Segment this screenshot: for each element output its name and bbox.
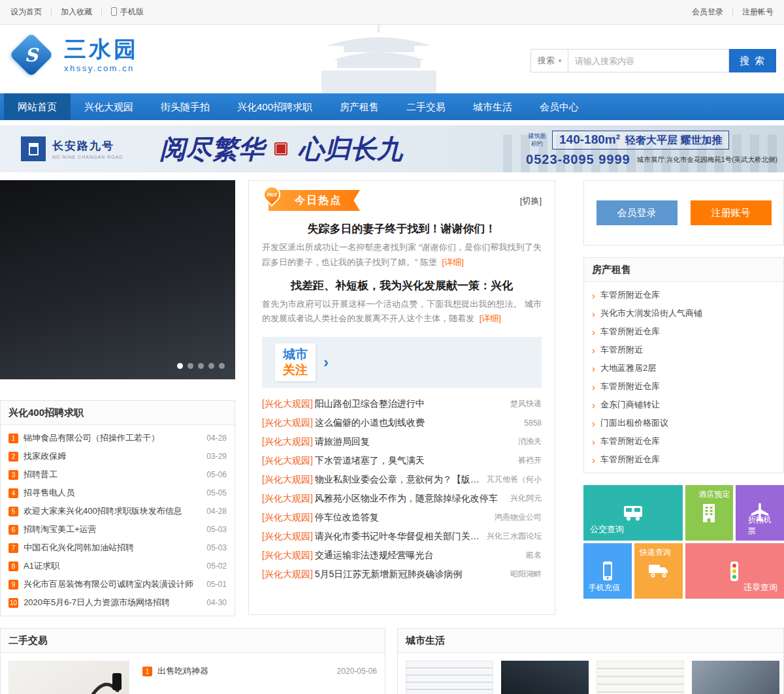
set-home-link[interactable]: 设为首页 [10, 7, 42, 18]
nav-item-housing[interactable]: 房产租售 [326, 93, 393, 120]
housing-title-link[interactable]: 门面出租价格面议 [600, 417, 668, 429]
news-title-link[interactable]: 这么偏僻的小道也划线收费 [315, 417, 518, 429]
housing-title-link[interactable]: 金东门商铺转让 [600, 399, 660, 411]
search-category-label: 搜索 [538, 55, 555, 67]
news-category-tag[interactable]: [兴化大观园] [262, 474, 313, 486]
news-category-tag[interactable]: [兴化大观园] [262, 550, 313, 561]
news-category-tag[interactable]: [兴化大观园] [262, 398, 313, 410]
news-item: [兴化大观园] 交通运输非法违规经营曝光台 匿名 [262, 546, 542, 565]
housing-title-link[interactable]: 车管所附近仓库 [600, 289, 660, 301]
news-title-link[interactable]: 下水管道堵塞了，臭气满天 [315, 455, 512, 467]
news-title-link[interactable]: 阳山路创卫综合整治进行中 [315, 398, 504, 410]
housing-title-link[interactable]: 大地蓝雅居2层 [600, 362, 656, 374]
detail-link[interactable]: [详细] [480, 313, 501, 323]
job-title-link[interactable]: 欢迎大家来兴化400招聘求职版块发布信息 [24, 505, 201, 517]
news-title-link[interactable]: 物业私刻业委会公章，意欲何为？【版注： [315, 474, 480, 486]
nav-item-home[interactable]: 网站首页 [4, 93, 71, 120]
housing-panel-header: 房产租售 [584, 258, 783, 282]
news-item: [兴化大观园] 阳山路创卫综合整治进行中 楚风快递 [262, 394, 542, 413]
service-tile-violation[interactable]: 违章查询 [685, 543, 784, 599]
nav-item-member[interactable]: 会员中心 [526, 93, 593, 120]
citylife-photo[interactable] [501, 661, 589, 694]
housing-title-link[interactable]: 车管所附近仓库 [600, 454, 660, 465]
article-title[interactable]: 失踪多日的妻子终于找到！谢谢你们！ [262, 221, 542, 236]
housing-item: 车管所附近仓库 [592, 432, 776, 450]
news-category-tag[interactable]: [兴化大观园] [262, 569, 313, 580]
usb-cable-image [9, 661, 130, 694]
housing-title-link[interactable]: 兴化市大润发沿街人气商铺 [600, 308, 702, 319]
member-login-link[interactable]: 会员登录 [692, 7, 723, 18]
housing-title-link[interactable]: 车管所附近仓库 [600, 435, 660, 447]
citylife-photo[interactable] [406, 661, 493, 694]
article-title[interactable]: 找差距、补短板，我为兴化发展献一策：兴化 [262, 278, 542, 293]
carousel[interactable] [0, 180, 235, 379]
job-title-link[interactable]: A1证求职 [24, 560, 201, 572]
job-date: 05-01 [206, 580, 227, 589]
site-name: 三水园 [64, 37, 139, 62]
carousel-dot[interactable] [198, 363, 204, 369]
jobs-list: 1 锦坤食品有限公司（招操作工若干） 04-28 2 找家政保姆 03-29 3… [1, 425, 235, 616]
job-title-link[interactable]: 中国石化兴化同韩加油站招聘 [24, 542, 201, 554]
mobile-version-link[interactable]: 手机版 [111, 7, 144, 18]
nav-item-secondhand[interactable]: 二手交易 [393, 93, 459, 120]
carousel-dot[interactable] [208, 363, 214, 369]
news-category-tag[interactable]: [兴化大观园] [262, 493, 313, 505]
carousel-dot[interactable] [219, 363, 225, 369]
news-title-link[interactable]: 风雅苑小区物业不作为，随意除掉绿化改停车 [315, 493, 504, 505]
service-label: 酒店预定 [698, 489, 730, 500]
service-tile-hotel[interactable]: 酒店预定 [685, 485, 734, 541]
listing-photo-usb-cable[interactable] [8, 661, 129, 694]
city-focus-banner[interactable]: 城市 关注 › [262, 337, 542, 388]
nav-item-street-snap[interactable]: 街头随手拍 [147, 93, 223, 120]
housing-title-link[interactable]: 车管所附近 [600, 344, 643, 356]
nav-item-citylife[interactable]: 城市生活 [459, 93, 526, 120]
news-category-tag[interactable]: [兴化大观园] [262, 512, 313, 524]
rank-badge: 3 [8, 470, 18, 480]
job-title-link[interactable]: 锦坤食品有限公司（招操作工若干） [24, 432, 201, 444]
carousel-dot[interactable] [177, 363, 183, 369]
news-category-tag[interactable]: [兴化大观园] [262, 531, 313, 543]
rank-badge: 2 [8, 452, 18, 462]
job-title-link[interactable]: 招聘普工 [24, 469, 201, 481]
rank-badge: 1 [142, 667, 152, 676]
detail-link[interactable]: [详细] [442, 257, 464, 267]
job-title-link[interactable]: 招聘淘宝美工+运营 [24, 524, 201, 535]
news-category-tag[interactable]: [兴化大观园] [262, 417, 313, 429]
secondhand-title-link[interactable]: 出售吃鸡神器 [157, 665, 332, 677]
service-tile-bus[interactable]: 公交查询 [583, 485, 683, 541]
service-tile-express[interactable]: 快递查询 [634, 543, 683, 599]
news-category-tag[interactable]: [兴化大观园] [262, 436, 313, 448]
news-title-link[interactable]: 请兴化市委书记叶冬华督促相关部门关注网 [315, 531, 480, 543]
citylife-photo[interactable] [596, 661, 684, 694]
job-title-link[interactable]: 2020年5月6-7日人力资源市场网络招聘 [24, 597, 201, 608]
search-category-select[interactable]: 搜索 ▾ [531, 49, 568, 72]
search-button[interactable]: 搜 索 [729, 49, 776, 72]
job-title-link[interactable]: 招寻售电人员 [24, 487, 201, 499]
search-input[interactable] [568, 49, 729, 72]
site-logo[interactable]: S 三水园 xhssy.com.cn [10, 34, 139, 76]
news-title-link[interactable]: 交通运输非法违规经营曝光台 [315, 550, 519, 561]
nav-item-jobs[interactable]: 兴化400招聘求职 [223, 93, 326, 120]
section-title: 二手交易 [8, 635, 48, 646]
news-title-link[interactable]: 请旅游局回复 [315, 436, 512, 448]
service-tile-flight[interactable]: 折扣机票 [736, 485, 784, 541]
citylife-panel: 城市生活 [397, 628, 784, 694]
nav-item-daguanyuan[interactable]: 兴化大观园 [71, 93, 147, 120]
register-link[interactable]: 注册帐号 [742, 7, 774, 18]
register-account-button[interactable]: 注册账号 [691, 200, 772, 225]
switch-link[interactable]: [切换] [520, 195, 542, 207]
job-title-link[interactable]: 找家政保姆 [24, 450, 201, 462]
news-title-link[interactable]: 5月5日江苏无新增新冠肺炎确诊病例 [315, 569, 504, 580]
add-favorite-link[interactable]: 加入收藏 [61, 7, 92, 18]
service-tile-recharge[interactable]: 手机充值 [583, 543, 632, 599]
property-ad-banner[interactable]: 长安路九号 NO.NINE CHANGAN ROAD 阅尽繁华 心归长九 建筑面… [0, 125, 784, 172]
member-login-button[interactable]: 会员登录 [596, 200, 678, 225]
carousel-dot[interactable] [188, 363, 193, 369]
news-title-link[interactable]: 停车位改造答复 [315, 512, 488, 524]
housing-title-link[interactable]: 车管所附近仓库 [600, 381, 660, 392]
housing-title-link[interactable]: 车管所附近仓库 [600, 326, 660, 338]
job-title-link[interactable]: 兴化市百居装饰有限公司诚聘室内装潢设计师 [24, 578, 201, 590]
job-date: 04-30 [206, 598, 227, 607]
citylife-photo[interactable] [692, 661, 779, 694]
news-category-tag[interactable]: [兴化大观园] [262, 455, 313, 467]
